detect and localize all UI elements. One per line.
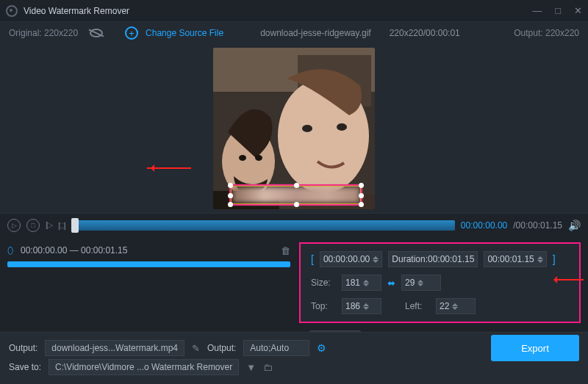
left-label: Left: [405,301,430,311]
timeline-track[interactable] [71,220,455,231]
settings-button[interactable]: ⚙ [317,342,326,354]
frame-fwd-button[interactable]: [□] [58,221,65,230]
watermark-selection-box[interactable] [229,184,362,206]
resize-handle-tr[interactable] [359,183,364,188]
frame-back-button[interactable]: [▷ [46,220,52,230]
delete-segment-button[interactable]: 🗑 [281,245,290,256]
time-out-field[interactable]: 00:00:01.15 [484,251,546,267]
timecode-current: 00:00:00.00 [461,220,507,231]
time-in-field[interactable]: 00:00:00.00 [320,251,382,267]
size-label: Size: [311,278,336,288]
app-title: Video Watermark Remover [24,6,519,16]
spin-down[interactable] [373,260,379,266]
resize-handle-mr[interactable] [359,193,364,198]
footer: Output: download-jess...Watermark.mp4 ✎ … [0,332,588,384]
volume-icon[interactable]: 🔊 [568,220,581,231]
spin-down[interactable] [363,283,369,289]
output-label: Output: [9,343,37,353]
svg-point-5 [302,125,312,132]
stop-button[interactable]: □ [26,219,40,232]
time-row: [ 00:00:00.00 Duration:00:00:01.15 00:00… [311,251,569,267]
play-button[interactable]: ▷ [7,219,21,232]
duration-field: Duration:00:00:01.15 [388,251,478,267]
save-path-field: C:\Vidmore\Vidmore ...o Watermark Remove… [49,359,239,375]
width-field[interactable]: 181 [342,275,381,291]
export-button[interactable]: Export [491,335,579,361]
top-label: Top: [311,301,336,311]
top-field[interactable]: 186 [342,298,381,314]
watermark-area-icon: ⬯ [7,244,13,256]
spin-up[interactable] [373,253,379,259]
left-field[interactable]: 22 [436,298,476,314]
preview-toggle-icon[interactable] [90,29,103,37]
link-aspect-icon[interactable]: ⬌ [387,278,395,289]
plus-circle-icon: + [125,26,138,40]
timecode-duration: /00:00:01.15 [513,220,562,231]
spin-up[interactable] [363,300,369,306]
app-logo-icon [6,5,18,17]
preview-pane [0,44,588,213]
save-path-dropdown[interactable]: ▼ [246,362,256,373]
resize-handle-tl[interactable] [228,183,233,188]
spin-up[interactable] [537,253,543,259]
svg-point-8 [255,155,262,161]
svg-point-6 [337,123,347,131]
resize-handle-tc[interactable] [294,183,299,188]
original-size-label: Original: 220x220 [9,28,78,38]
params-box: [ 00:00:00.00 Duration:00:00:01.15 00:00… [299,242,581,323]
annotation-arrow-left [147,167,191,169]
save-to-label: Save to: [9,362,41,372]
resize-handle-bc[interactable] [294,202,299,207]
edit-output-button[interactable]: ✎ [192,343,200,354]
svg-point-7 [239,155,246,161]
open-folder-button[interactable]: 🗀 [263,362,273,373]
close-button[interactable]: ✕ [574,5,582,16]
output-file-field: download-jess...Watermark.mp4 [45,340,184,356]
spin-down[interactable] [363,307,369,313]
spin-down[interactable] [537,260,543,266]
spin-up[interactable] [452,300,458,306]
timeline-fill [71,220,455,231]
output-row: Output: download-jess...Watermark.mp4 ✎ … [9,338,579,358]
size-row: Size: 181 ⬌ 29 [311,275,569,291]
position-row: Top: 186 Left: 22 [311,298,569,314]
output-format-label: Output: [207,343,236,353]
playbar: ▷ □ [▷ [□] 00:00:00.00 /00:00:01.15 🔊 [0,213,588,236]
height-field[interactable]: 29 [401,275,441,291]
segment-header: ⬯ 00:00:00.00 — 00:00:01.15 🗑 [7,242,290,258]
resize-handle-bl[interactable] [228,202,233,207]
video-frame[interactable] [213,48,375,209]
spin-down[interactable] [417,283,423,289]
spin-up[interactable] [363,277,369,283]
segment-range: 00:00:00.00 — 00:00:01.15 [21,245,127,256]
source-file-info: 220x220/00:00:01 [390,28,460,38]
blur-overlay [232,187,359,203]
change-source-button[interactable]: Change Source File [146,28,223,38]
bracket-in-icon[interactable]: [ [311,253,314,265]
output-format-field: Auto;Auto [243,340,309,356]
info-bar: Original: 220x220 + Change Source File d… [0,22,588,44]
minimize-button[interactable]: — [532,5,542,16]
source-filename: download-jesse-ridgeway.gif [260,28,371,38]
resize-handle-ml[interactable] [228,193,233,198]
bracket-out-icon[interactable]: ] [553,253,556,265]
resize-handle-br[interactable] [359,202,364,207]
timeline-thumb[interactable] [71,218,79,233]
spin-down[interactable] [452,307,458,313]
title-bar: Video Watermark Remover — □ ✕ [0,0,588,22]
segment-track[interactable] [7,261,290,267]
output-size-label: Output: 220x220 [514,28,579,38]
spin-up[interactable] [417,277,423,283]
maximize-button[interactable]: □ [555,5,561,16]
